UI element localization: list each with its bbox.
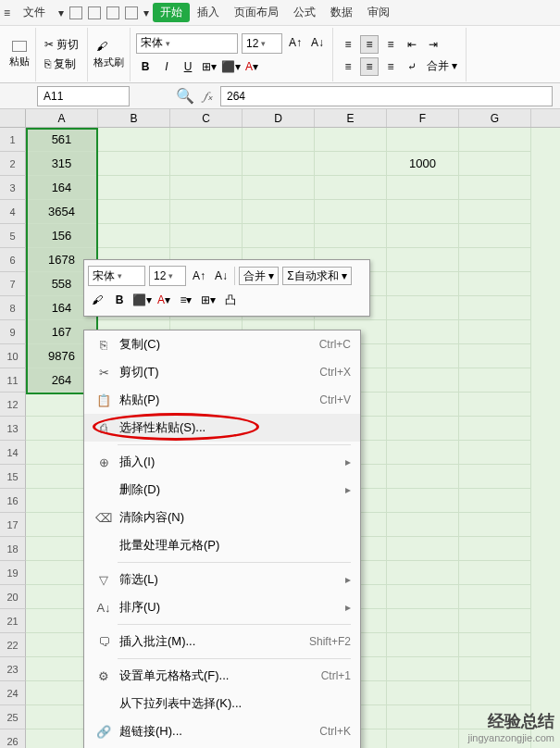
cell[interactable] [387, 320, 459, 344]
cell[interactable] [459, 320, 531, 344]
mini-border[interactable]: ⊞▾ [199, 291, 218, 309]
cell[interactable]: 3654 [26, 200, 98, 224]
mini-bold[interactable]: B [110, 291, 129, 309]
row-header[interactable]: 5 [0, 224, 26, 248]
mini-align[interactable]: ≡▾ [177, 291, 195, 309]
row-header[interactable]: 4 [0, 200, 26, 224]
tab-insert[interactable]: 插入 [190, 5, 227, 20]
cell[interactable] [459, 513, 531, 537]
icon-dd2[interactable]: ▾ [143, 6, 149, 19]
row-header[interactable]: 7 [0, 272, 26, 296]
cell[interactable] [243, 128, 315, 152]
redo-icon[interactable] [106, 6, 119, 19]
cell[interactable] [170, 224, 243, 248]
cell[interactable] [387, 585, 459, 609]
cell[interactable]: 561 [26, 128, 98, 152]
cell[interactable] [387, 729, 459, 748]
cell[interactable] [387, 344, 459, 368]
search-icon[interactable]: 🔍 [176, 87, 194, 105]
col-header-E[interactable]: E [315, 109, 387, 127]
row-header[interactable]: 19 [0, 561, 26, 585]
cm-dropdown[interactable]: 从下拉列表中选择(K)... [84, 690, 360, 717]
cm-comment[interactable]: 🗨插入批注(M)...Shift+F2 [84, 628, 360, 655]
cell[interactable] [459, 465, 531, 489]
merge-button[interactable]: 合并 ▾ [424, 57, 460, 75]
cell[interactable] [387, 705, 459, 729]
mini-merge-button[interactable]: 合并 ▾ [239, 267, 279, 285]
cell[interactable] [387, 681, 459, 705]
row-header[interactable]: 26 [0, 729, 26, 748]
col-header-G[interactable]: G [459, 109, 531, 127]
cell[interactable] [459, 681, 531, 705]
row-header[interactable]: 1 [0, 128, 26, 152]
format-painter-button[interactable]: 🖌 [93, 39, 124, 54]
cell[interactable] [98, 200, 170, 224]
row-header[interactable]: 14 [0, 441, 26, 465]
row-header[interactable]: 23 [0, 657, 26, 681]
cm-sort[interactable]: A↓排序(U)▸ [84, 593, 360, 621]
cell[interactable] [98, 176, 170, 200]
cm-paste[interactable]: 📋粘贴(P)Ctrl+V [84, 386, 360, 414]
row-header[interactable]: 3 [0, 176, 26, 200]
mini-font-select[interactable]: 宋体▾ [88, 266, 145, 286]
col-header-C[interactable]: C [170, 109, 243, 127]
cell[interactable] [459, 272, 531, 296]
mini-size-select[interactable]: 12▾ [149, 266, 186, 286]
menu-three-lines[interactable]: ≡ [4, 6, 10, 19]
cell[interactable] [387, 224, 459, 248]
cell[interactable] [387, 489, 459, 513]
align-left-icon[interactable]: ≡ [339, 57, 357, 76]
row-header[interactable]: 21 [0, 609, 26, 633]
cell[interactable] [387, 296, 459, 320]
cm-batch[interactable]: 批量处理单元格(P) [84, 531, 360, 559]
print-icon[interactable] [125, 6, 138, 19]
cm-clear[interactable]: ⌫清除内容(N) [84, 504, 360, 531]
mini-format-painter[interactable]: 🖌 [88, 291, 106, 309]
cm-format[interactable]: ⚙设置单元格格式(F)...Ctrl+1 [84, 662, 360, 690]
tab-formula[interactable]: 公式 [286, 5, 323, 20]
cell[interactable] [459, 537, 531, 561]
cell[interactable] [459, 633, 531, 657]
row-header[interactable]: 25 [0, 705, 26, 729]
cell[interactable] [98, 152, 170, 176]
cm-insert[interactable]: ⊕插入(I)▸ [84, 448, 360, 476]
cell[interactable] [387, 200, 459, 224]
row-header[interactable]: 6 [0, 248, 26, 272]
indent-dec-icon[interactable]: ⇤ [403, 35, 421, 54]
cell[interactable] [459, 368, 531, 393]
cell[interactable] [459, 585, 531, 609]
row-header[interactable]: 8 [0, 296, 26, 320]
underline-button[interactable]: U [179, 57, 197, 76]
cell[interactable] [243, 152, 315, 176]
cell[interactable] [387, 393, 459, 417]
cell[interactable] [170, 200, 243, 224]
cell[interactable]: 156 [26, 224, 98, 248]
cell[interactable] [459, 200, 531, 224]
cm-delete[interactable]: 删除(D)▸ [84, 476, 360, 504]
row-header[interactable]: 9 [0, 320, 26, 344]
align-right-icon[interactable]: ≡ [381, 57, 400, 76]
cell[interactable] [459, 224, 531, 248]
cell[interactable] [459, 609, 531, 633]
mini-autosum-button[interactable]: Σ 自动求和 ▾ [282, 267, 352, 285]
cell[interactable] [459, 344, 531, 368]
fill-color-button[interactable]: ⬛▾ [221, 57, 240, 76]
increase-font-icon[interactable]: A↑ [286, 33, 305, 52]
cut-button[interactable]: ✂ 剪切 [42, 36, 81, 54]
cell[interactable] [459, 561, 531, 585]
cell[interactable] [387, 609, 459, 633]
cell[interactable] [98, 224, 170, 248]
col-header-A[interactable]: A [26, 109, 98, 127]
cell[interactable] [387, 176, 459, 200]
cell[interactable] [459, 657, 531, 681]
cell[interactable] [243, 200, 315, 224]
cell[interactable] [387, 561, 459, 585]
mini-fill-color[interactable]: ⬛▾ [132, 291, 151, 309]
row-header[interactable]: 24 [0, 681, 26, 705]
align-middle-icon[interactable]: ≡ [360, 35, 379, 54]
cell[interactable] [243, 224, 315, 248]
bold-button[interactable]: B [136, 57, 155, 76]
col-header-B[interactable]: B [98, 109, 170, 127]
cell[interactable] [459, 296, 531, 320]
cell[interactable]: 164 [26, 176, 98, 200]
